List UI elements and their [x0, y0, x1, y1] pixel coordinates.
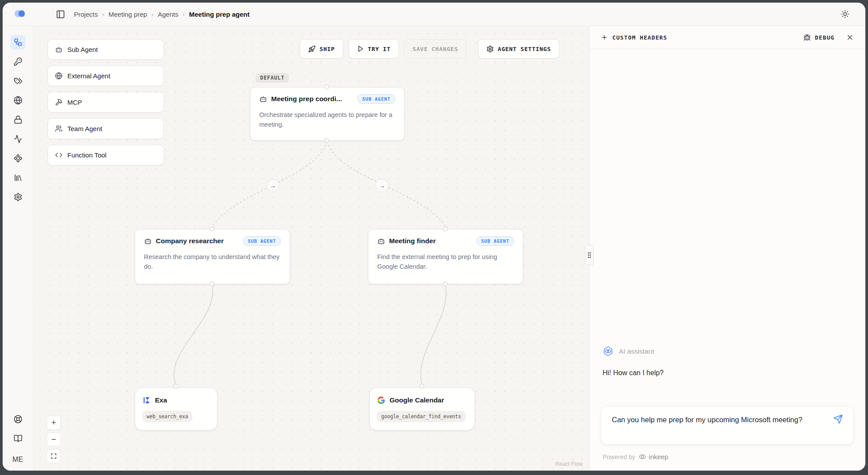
breadcrumb-agents[interactable]: Agents: [158, 11, 178, 18]
assistant-panel: CUSTOM HEADERS DEBUG AI assistant Hi! Ho…: [589, 26, 865, 471]
node-description: Find the external meeting to prep for us…: [377, 252, 514, 272]
panel-resize-grip[interactable]: [585, 245, 594, 265]
left-icon-rail: ME: [3, 26, 33, 471]
sidebar-toggle-icon[interactable]: [54, 7, 67, 21]
chat-input[interactable]: Can you help me prep for my upcoming Mic…: [612, 414, 805, 426]
grip-dots-icon: [587, 252, 592, 259]
nav-api-keys-key-icon[interactable]: [11, 54, 26, 69]
agent-bot-icon: [55, 46, 63, 53]
agent-bot-icon: [144, 237, 152, 245]
nav-globe-icon[interactable]: [11, 93, 26, 108]
agent-bot-icon: [259, 95, 267, 103]
node-exa-tool[interactable]: Exa web_search_exa: [135, 387, 217, 431]
sub-agent-badge: SUB AGENT: [476, 236, 514, 246]
gear-icon: [486, 45, 494, 53]
flow-toolbar: SHIP TRY IT SAVE CHANGES AGENT SETTINGS: [300, 39, 559, 58]
palette-team-agent[interactable]: Team Agent: [48, 118, 164, 139]
node-title: Google Calendar: [390, 396, 444, 404]
ship-button[interactable]: SHIP: [300, 39, 343, 58]
nav-library-icon[interactable]: [11, 170, 26, 185]
user-avatar[interactable]: ME: [12, 456, 23, 464]
breadcrumb-project[interactable]: Meeting prep: [109, 11, 147, 18]
zoom-in-button[interactable]: +: [47, 416, 61, 430]
hammer-icon: [55, 99, 63, 106]
node-handle[interactable]: [210, 227, 214, 231]
palette-mcp[interactable]: MCP: [48, 92, 164, 113]
node-handle[interactable]: [210, 281, 214, 286]
breadcrumb-current-agent: Meeting prep agent: [189, 11, 250, 18]
app-window: Projects › Meeting prep › Agents › Meeti…: [3, 3, 865, 471]
tool-id-tag: google_calendar_find_events: [377, 411, 466, 422]
breadcrumb-projects[interactable]: Projects: [74, 11, 98, 18]
edge-arrow-icon: →: [375, 179, 389, 192]
sub-agent-badge: SUB AGENT: [357, 94, 395, 104]
inkeep-assistant-logo-icon: [603, 346, 614, 357]
google-logo: [377, 396, 386, 405]
custom-headers-button[interactable]: CUSTOM HEADERS: [601, 34, 667, 41]
node-meeting-prep-coordinator[interactable]: Meeting prep coordi... SUB AGENT Orchest…: [250, 87, 405, 141]
default-agent-tag: DEFAULT: [256, 73, 289, 83]
palette-function-tool[interactable]: Function Tool: [48, 145, 164, 165]
breadcrumb-separator: ›: [102, 11, 104, 18]
breadcrumb: Projects › Meeting prep › Agents › Meeti…: [74, 11, 250, 18]
help-life-buoy-icon[interactable]: [11, 412, 26, 427]
inkeep-logo-icon[interactable]: [13, 8, 26, 20]
node-title: Meeting finder: [389, 237, 436, 245]
node-handle[interactable]: [324, 138, 329, 143]
canvas-zoom-controls: + −: [47, 416, 61, 463]
send-icon[interactable]: [833, 414, 843, 424]
top-bar: Projects › Meeting prep › Agents › Meeti…: [3, 3, 865, 26]
sub-agent-badge: SUB AGENT: [243, 236, 281, 246]
node-handle[interactable]: [324, 84, 329, 89]
maximize-icon: [51, 453, 57, 459]
nav-credentials-lock-icon[interactable]: [11, 112, 26, 127]
zoom-out-button[interactable]: −: [47, 432, 61, 446]
nav-activity-icon[interactable]: [11, 132, 26, 146]
nav-graph-workflow-icon[interactable]: [11, 35, 26, 50]
close-panel-icon[interactable]: [846, 33, 854, 41]
assistant-panel-header: CUSTOM HEADERS DEBUG: [589, 26, 865, 49]
inkeep-brand-link[interactable]: inkeep: [638, 453, 668, 461]
node-handle[interactable]: [443, 227, 448, 231]
save-changes-button[interactable]: SAVE CHANGES: [404, 39, 467, 58]
powered-by-label: Powered by: [603, 453, 635, 460]
bug-icon: [803, 34, 811, 41]
rocket-icon: [308, 45, 316, 53]
nav-settings-gear-icon[interactable]: [11, 190, 26, 205]
node-meeting-finder[interactable]: Meeting finder SUB AGENT Find the extern…: [368, 229, 523, 284]
fit-view-button[interactable]: [47, 449, 61, 463]
palette-sub-agent[interactable]: Sub Agent: [48, 39, 164, 60]
plus-icon: [601, 34, 608, 41]
node-google-calendar-tool[interactable]: Google Calendar google_calendar_find_eve…: [369, 387, 475, 431]
palette-external-agent[interactable]: External Agent: [48, 66, 164, 86]
node-handle[interactable]: [443, 281, 448, 286]
node-company-researcher[interactable]: Company researcher SUB AGENT Research th…: [135, 229, 290, 284]
try-it-button[interactable]: TRY IT: [349, 39, 399, 58]
node-description: Research the company to understand what …: [144, 252, 281, 272]
inkeep-mark-icon: [638, 453, 647, 461]
edge-arrow-icon: →: [266, 179, 280, 192]
play-icon: [357, 45, 364, 52]
powered-by-row: Powered by inkeep: [589, 445, 865, 471]
nav-tags-icon[interactable]: [11, 73, 26, 88]
node-handle[interactable]: [173, 384, 178, 389]
node-palette: Sub Agent External Agent MCP Team Agent …: [48, 39, 164, 165]
debug-button[interactable]: DEBUG: [803, 34, 835, 41]
rail-bottom-group: ME: [11, 412, 26, 464]
agent-settings-button[interactable]: AGENT SETTINGS: [478, 39, 559, 58]
breadcrumb-separator: ›: [151, 11, 153, 18]
assistant-identity-row: AI assistant: [589, 346, 865, 357]
chat-input-card: Can you help me prep for my upcoming Mic…: [601, 406, 854, 445]
code-icon: [55, 151, 63, 159]
breadcrumb-separator: ›: [183, 11, 184, 18]
docs-book-open-icon[interactable]: [11, 431, 26, 446]
tool-id-tag: web_search_exa: [142, 411, 192, 422]
nav-components-icon[interactable]: [11, 151, 26, 166]
assistant-greeting-message: Hi! How can I help?: [589, 357, 865, 377]
react-flow-attribution[interactable]: React Flow: [555, 461, 583, 467]
exa-logo: [142, 396, 151, 405]
theme-toggle-sun-icon[interactable]: [838, 7, 852, 21]
globe-icon: [55, 72, 63, 80]
node-handle[interactable]: [419, 384, 424, 389]
flow-canvas[interactable]: → → Sub Agent External Agent MCP: [33, 26, 589, 471]
